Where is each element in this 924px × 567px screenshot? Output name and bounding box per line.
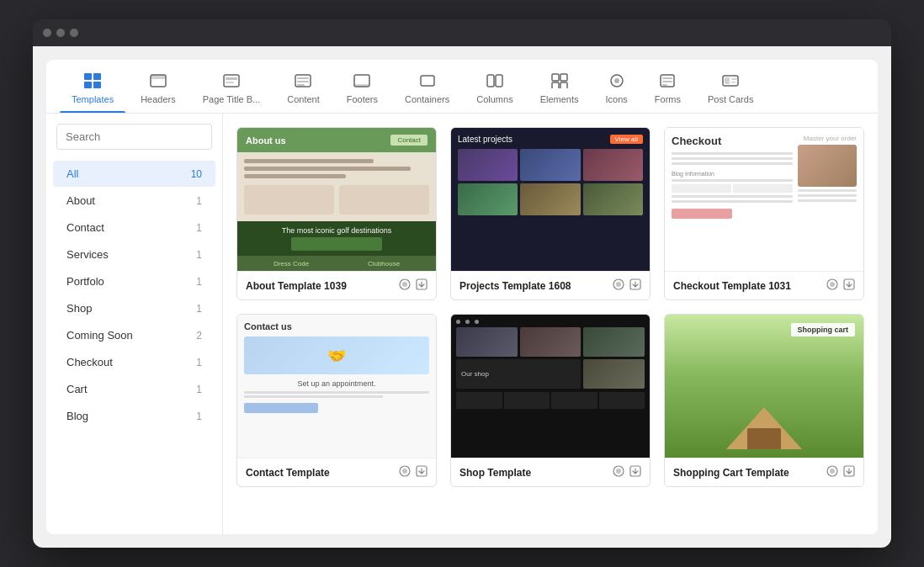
preview-icon-projects[interactable] <box>613 278 624 293</box>
download-icon-about[interactable] <box>416 278 427 293</box>
tab-bar: Templates Headers <box>46 60 878 114</box>
svg-point-45 <box>616 469 621 474</box>
template-title-checkout: Checkout Template 1031 <box>673 280 791 292</box>
svg-rect-17 <box>496 75 502 87</box>
download-icon-shop[interactable] <box>629 465 641 480</box>
card-footer-contact: Contact Template <box>237 458 436 486</box>
sidebar-item-coming-soon-label: Coming Soon <box>66 329 133 342</box>
template-card-contact[interactable]: Contact us 🤝 Set up an appointment. <box>236 314 437 487</box>
sidebar-item-services[interactable]: Services 1 <box>53 241 215 268</box>
browser-dot-2 <box>56 29 65 37</box>
svg-rect-20 <box>552 82 559 88</box>
tab-footers[interactable]: Footers <box>335 66 390 113</box>
sidebar-item-contact-label: Contact <box>66 221 104 234</box>
forms-icon <box>659 73 676 91</box>
card-preview-projects: Latest projects View all <box>451 128 650 271</box>
sidebar-item-blog-label: Blog <box>66 410 88 422</box>
postcards-icon <box>722 73 739 91</box>
template-card-shop[interactable]: Our shop <box>450 314 651 487</box>
svg-rect-21 <box>560 82 567 88</box>
sidebar-item-checkout-label: Checkout <box>66 356 113 368</box>
svg-rect-1 <box>93 73 101 80</box>
svg-point-36 <box>616 282 621 287</box>
card-actions-camping <box>826 465 855 480</box>
sidebar-item-about-label: About <box>66 194 95 207</box>
svg-rect-29 <box>725 77 730 84</box>
sidebar-item-checkout[interactable]: Checkout 1 <box>53 349 215 375</box>
content-icon <box>295 73 311 91</box>
template-card-projects[interactable]: Latest projects View all <box>450 127 651 300</box>
card-footer-camping: Shopping Cart Template <box>665 458 863 486</box>
tab-headers-label: Headers <box>141 94 176 104</box>
svg-rect-10 <box>297 77 309 79</box>
template-title-contact: Contact Template <box>246 467 330 479</box>
tab-elements[interactable]: Elements <box>528 66 591 113</box>
tab-page-title-label: Page Title B... <box>203 94 260 104</box>
tab-page-title[interactable]: Page Title B... <box>191 66 272 113</box>
download-icon-contact[interactable] <box>416 465 427 480</box>
download-icon-projects[interactable] <box>629 278 641 293</box>
tab-content[interactable]: Content <box>275 66 332 113</box>
svg-rect-11 <box>297 81 309 82</box>
columns-icon <box>486 73 503 91</box>
svg-rect-16 <box>487 75 494 87</box>
preview-icon-about[interactable] <box>399 278 411 293</box>
card-actions-projects <box>613 278 641 293</box>
svg-rect-15 <box>421 76 434 86</box>
preview-icon-contact[interactable] <box>399 465 411 480</box>
sidebar-item-coming-soon[interactable]: Coming Soon 2 <box>53 322 215 348</box>
sidebar-item-portfolio[interactable]: Portfolo 1 <box>53 268 215 294</box>
tab-icons[interactable]: Icons <box>594 66 640 113</box>
svg-point-23 <box>614 78 619 83</box>
tab-containers-label: Containers <box>405 94 449 104</box>
template-title-projects: Projects Template 1608 <box>459 280 571 292</box>
browser-dot-3 <box>70 29 78 37</box>
search-input[interactable] <box>56 124 212 150</box>
card-actions-shop <box>613 465 641 480</box>
template-title-camping: Shopping Cart Template <box>673 467 789 479</box>
svg-rect-26 <box>662 81 672 82</box>
template-title-about: About Template 1039 <box>246 280 347 292</box>
download-icon-camping[interactable] <box>843 465 855 480</box>
tab-headers[interactable]: Headers <box>129 66 188 113</box>
tab-postcards-label: Post Cards <box>708 94 753 104</box>
sidebar-item-portfolio-count: 1 <box>196 276 202 288</box>
card-preview-shop: Our shop <box>451 315 650 458</box>
main-panel: Templates Headers <box>46 60 878 534</box>
tab-postcards[interactable]: Post Cards <box>696 66 765 113</box>
tab-templates[interactable]: Templates <box>60 66 125 113</box>
svg-point-42 <box>402 469 407 474</box>
sidebar-item-shop-count: 1 <box>196 303 202 315</box>
preview-icon-checkout[interactable] <box>826 278 838 293</box>
template-card-checkout[interactable]: Checkout Blog Information <box>664 127 864 300</box>
sidebar-item-cart[interactable]: Cart 1 <box>53 376 215 402</box>
sidebar-item-blog-count: 1 <box>196 411 202 422</box>
card-footer-projects: Projects Template 1608 <box>451 271 650 299</box>
template-card-about[interactable]: About us Contact <box>236 127 437 300</box>
sidebar-item-services-count: 1 <box>196 249 202 261</box>
sidebar-item-all[interactable]: All 10 <box>53 161 215 187</box>
sidebar-item-shop[interactable]: Shop 1 <box>53 295 215 321</box>
preview-icon-shop[interactable] <box>613 465 624 480</box>
card-actions-checkout <box>826 278 855 293</box>
tab-columns[interactable]: Columns <box>465 66 524 113</box>
sidebar-item-about-count: 1 <box>196 195 202 207</box>
svg-rect-0 <box>84 73 92 80</box>
template-card-camping[interactable]: Shopping cart Shopping Cart Template <box>664 314 864 487</box>
card-actions-about <box>399 278 427 293</box>
sidebar-item-contact[interactable]: Contact 1 <box>53 215 215 241</box>
card-preview-checkout: Checkout Blog Information <box>665 128 863 271</box>
sidebar-item-cart-label: Cart <box>66 383 88 395</box>
tab-containers[interactable]: Containers <box>393 66 461 113</box>
tab-forms[interactable]: Forms <box>643 66 693 113</box>
svg-rect-8 <box>226 82 234 83</box>
svg-rect-7 <box>226 77 237 80</box>
svg-rect-3 <box>93 82 101 88</box>
browser-content: Templates Headers <box>33 46 891 548</box>
tab-icons-label: Icons <box>606 94 628 104</box>
sidebar-item-about[interactable]: About 1 <box>53 188 215 214</box>
download-icon-checkout[interactable] <box>843 278 855 293</box>
preview-icon-camping[interactable] <box>826 465 838 480</box>
sidebar-item-blog[interactable]: Blog 1 <box>53 403 215 429</box>
sidebar-item-shop-label: Shop <box>66 302 92 315</box>
